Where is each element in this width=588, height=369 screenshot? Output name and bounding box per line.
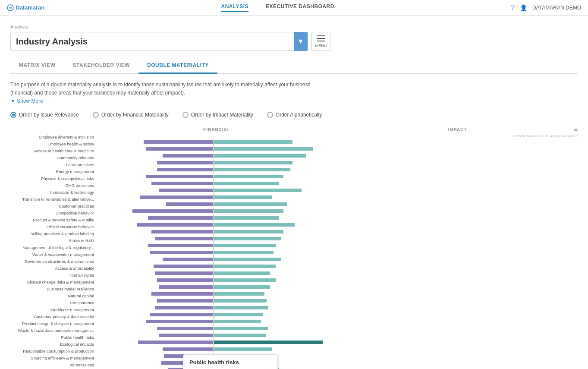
financial-bar-26 bbox=[146, 320, 213, 323]
financial-side-24 bbox=[97, 306, 213, 309]
impact-bar-2 bbox=[214, 154, 306, 158]
tab-matrix-view[interactable]: MATRIX VIEW bbox=[10, 58, 64, 74]
nav-analysis[interactable]: ANALYSIS bbox=[221, 3, 248, 12]
financial-header: FINANCIAL bbox=[97, 127, 337, 132]
bar-row-21 bbox=[97, 284, 578, 290]
financial-side-6 bbox=[97, 182, 213, 185]
financial-side-27 bbox=[97, 327, 213, 330]
financial-side-8 bbox=[97, 196, 213, 199]
financial-bar-18 bbox=[154, 265, 213, 268]
radio-circle-2 bbox=[93, 112, 99, 118]
financial-bar-29 bbox=[138, 341, 213, 344]
bar-row-28 bbox=[97, 332, 578, 338]
impact-side-1 bbox=[214, 147, 330, 151]
chart-label-10: Customer practices bbox=[10, 203, 97, 209]
radio-financial-materiality[interactable]: Order by Financial Materiality bbox=[93, 112, 169, 118]
impact-side-5 bbox=[214, 175, 330, 178]
impact-bar-3 bbox=[214, 161, 292, 164]
top-nav-right: ? 👤 DATAMARAN DEMO bbox=[511, 4, 581, 12]
user-label: DATAMARAN DEMO bbox=[532, 5, 581, 11]
chart-label-6: Physical & sociopolitical risks bbox=[10, 176, 97, 182]
menu-button[interactable]: MENU bbox=[311, 32, 330, 51]
impact-side-11 bbox=[214, 216, 330, 220]
chart-label-20: Human rights bbox=[10, 272, 97, 278]
impact-side-18 bbox=[214, 265, 330, 268]
financial-bar-22 bbox=[151, 292, 213, 296]
financial-side-22 bbox=[97, 292, 213, 296]
financial-bar-2 bbox=[163, 154, 213, 158]
tooltip-box: Public health risks Financial: 0.67 [Hig… bbox=[183, 354, 278, 369]
financial-bar-24 bbox=[155, 306, 213, 309]
financial-bar-20 bbox=[157, 278, 213, 282]
financial-side-3 bbox=[97, 161, 213, 164]
chart-label-11: Competitive behavior bbox=[10, 210, 97, 216]
chart-label-21: Climate change risks & management bbox=[10, 279, 97, 285]
radio-issue-relevance[interactable]: Order by Issue Relevance bbox=[10, 112, 79, 118]
chart-label-18: Governance structures & mechanisms bbox=[10, 259, 97, 265]
page-title: Industry Analysis bbox=[16, 37, 88, 47]
chart-label-4: Labor practices bbox=[10, 162, 97, 168]
bar-row-3 bbox=[97, 160, 578, 166]
financial-bar-12 bbox=[137, 223, 213, 227]
chart-menu-icon[interactable]: ≡ bbox=[574, 126, 578, 133]
impact-side-13 bbox=[214, 230, 330, 233]
financial-bar-1 bbox=[146, 147, 213, 151]
chart-label-29: Public health risks bbox=[10, 334, 97, 341]
financial-side-0 bbox=[97, 140, 213, 144]
menu-bar-2 bbox=[317, 38, 325, 39]
chart-label-0: Employee diversity & inclusion bbox=[10, 134, 97, 140]
financial-bar-27 bbox=[157, 327, 213, 330]
show-more-link[interactable]: ▼ Show More bbox=[10, 98, 43, 104]
bar-row-15 bbox=[97, 243, 578, 249]
tab-double-materiality[interactable]: DOUBLE MATERIALITY bbox=[138, 58, 217, 74]
impact-bar-1 bbox=[214, 147, 313, 151]
financial-bar-19 bbox=[155, 271, 213, 275]
nav-executive-dashboard[interactable]: EXECUTIVE DASHBOARD bbox=[266, 3, 334, 12]
radio-alphabetically[interactable]: Order Alphabetically bbox=[267, 112, 322, 118]
financial-bar-30 bbox=[163, 347, 213, 351]
bar-row-13 bbox=[97, 229, 578, 235]
chart-label-31: Responsible consumption & production bbox=[10, 348, 97, 354]
impact-bar-17 bbox=[214, 258, 281, 261]
radio-circle-3 bbox=[182, 112, 189, 118]
chart-label-24: Transparency bbox=[10, 300, 97, 306]
nav-links: ANALYSIS EXECUTIVE DASHBOARD bbox=[221, 3, 334, 12]
chart-label-17: Water & wastewater management bbox=[10, 252, 97, 258]
impact-side-24 bbox=[214, 306, 330, 309]
impact-side-16 bbox=[214, 251, 330, 254]
impact-side-9 bbox=[214, 202, 330, 206]
dropdown-arrow[interactable]: ▼ bbox=[294, 32, 308, 51]
logo[interactable]: Datamaran bbox=[7, 4, 44, 11]
financial-side-12 bbox=[97, 223, 213, 227]
tab-stakeholder-view[interactable]: STAKEHOLDER VIEW bbox=[64, 58, 138, 74]
impact-bar-7 bbox=[214, 189, 302, 192]
bar-row-26 bbox=[97, 319, 578, 325]
financial-side-25 bbox=[97, 313, 213, 316]
impact-side-22 bbox=[214, 292, 330, 296]
financial-bar-3 bbox=[157, 161, 213, 164]
impact-bar-5 bbox=[214, 175, 283, 178]
impact-side-2 bbox=[214, 154, 330, 158]
radio-impact-materiality[interactable]: Order by Impact Materiality bbox=[182, 112, 253, 118]
bar-row-17 bbox=[97, 256, 578, 262]
chart-label-30: Ecological impacts bbox=[10, 341, 97, 347]
bar-row-27 bbox=[97, 325, 578, 331]
impact-bar-25 bbox=[214, 313, 263, 316]
financial-side-7 bbox=[97, 189, 213, 192]
help-icon[interactable]: ? bbox=[511, 4, 515, 12]
financial-bar-4 bbox=[157, 168, 213, 171]
hamburger-icon: ≡ bbox=[574, 126, 578, 133]
impact-side-26 bbox=[214, 320, 330, 323]
impact-side-0 bbox=[214, 140, 330, 144]
financial-bar-23 bbox=[157, 299, 213, 303]
impact-side-25 bbox=[214, 313, 330, 316]
financial-bar-13 bbox=[151, 230, 213, 233]
bar-row-6 bbox=[97, 180, 578, 186]
bar-row-11 bbox=[97, 215, 578, 221]
impact-bar-21 bbox=[214, 285, 270, 289]
menu-bar-1 bbox=[317, 35, 325, 36]
financial-side-21 bbox=[97, 285, 213, 289]
financial-side-9 bbox=[97, 202, 213, 206]
impact-side-21 bbox=[214, 285, 330, 289]
title-dropdown[interactable]: Industry Analysis ▼ bbox=[10, 32, 308, 51]
